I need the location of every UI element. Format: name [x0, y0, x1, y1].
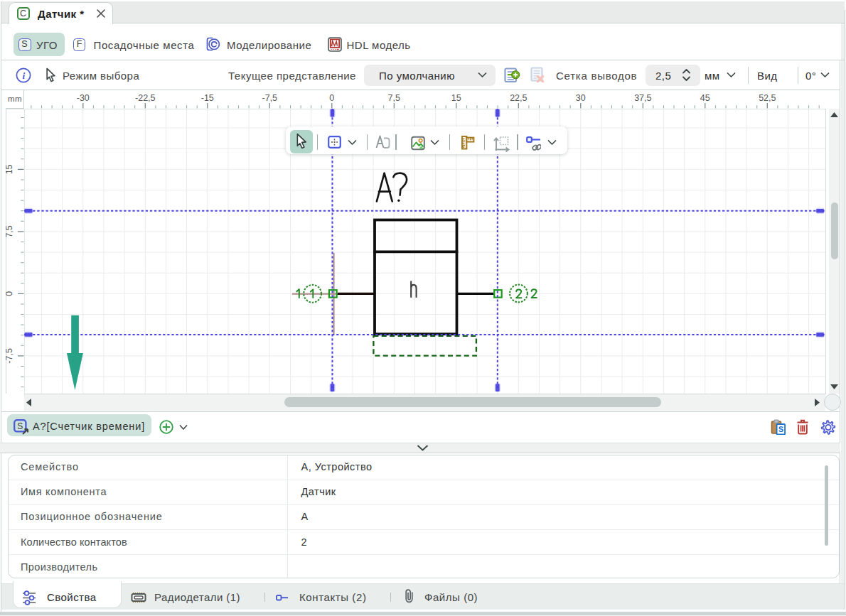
svg-text:15: 15 [6, 164, 14, 174]
svg-text:37,5: 37,5 [634, 93, 651, 103]
svg-text:15: 15 [451, 93, 461, 103]
svg-text:-22,5: -22,5 [135, 93, 156, 103]
svg-text:-7,5: -7,5 [6, 348, 14, 364]
svg-text:S: S [17, 421, 23, 431]
svg-text:0: 0 [329, 93, 334, 103]
svg-text:22,5: 22,5 [510, 93, 527, 103]
svg-text:7,5: 7,5 [388, 93, 400, 103]
svg-text:0: 0 [6, 291, 14, 296]
svg-text:-30: -30 [77, 93, 90, 103]
svg-text:7,5: 7,5 [6, 225, 14, 237]
svg-text:-15: -15 [201, 93, 214, 103]
svg-text:30: 30 [576, 93, 586, 103]
svg-text:52,5: 52,5 [759, 93, 776, 103]
svg-text:S: S [778, 425, 783, 433]
svg-text:45: 45 [700, 93, 710, 103]
svg-text:-7,5: -7,5 [262, 93, 278, 103]
svg-text:i: i [22, 70, 25, 81]
